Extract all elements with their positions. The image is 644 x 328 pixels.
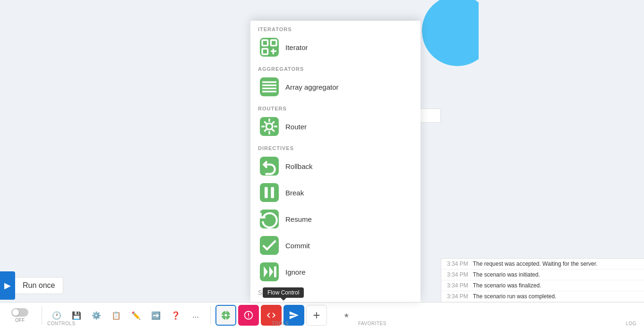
log-message-2: The scenario was initiated. [473, 271, 540, 278]
log-panel: 3:34 PM The request was accepted. Waitin… [441, 258, 644, 302]
tools-section [213, 303, 330, 328]
svg-point-16 [224, 314, 227, 317]
toggle-off-label: OFF [15, 318, 25, 323]
array-aggregator-label: Array aggregator [285, 83, 339, 91]
log-entry: 3:34 PM The scenario was finalized. [441, 280, 644, 291]
svg-point-9 [266, 123, 272, 129]
resume-label: Resume [285, 215, 312, 223]
iterator-item[interactable]: Iterator [252, 34, 419, 60]
log-time-1: 3:34 PM [447, 261, 468, 267]
save-button[interactable]: 💾 [68, 308, 86, 322]
break-item[interactable]: Break [252, 179, 419, 206]
save-icon: 💾 [71, 310, 82, 320]
commit-label: Commit [285, 242, 310, 250]
controls-label: CONTROLS [47, 321, 76, 326]
svg-marker-12 [264, 266, 267, 277]
align-icon: ✏️ [131, 310, 141, 320]
svg-rect-11 [271, 187, 274, 198]
svg-marker-13 [269, 266, 273, 277]
favorite-icon-1: ★ [341, 310, 352, 320]
ignore-icon [260, 262, 279, 281]
routers-header: ROUTERS [250, 100, 421, 113]
more-button[interactable]: ... [187, 308, 205, 322]
router-label: Router [285, 123, 307, 131]
iterator-label: Iterator [285, 43, 308, 51]
controls-section: 🕐 💾 ⚙️ 📋 ✏️ ➡️ ❓ ... [44, 308, 208, 322]
canvas-decoration [422, 0, 479, 76]
break-label: Break [285, 189, 304, 197]
commit-item[interactable]: Commit [252, 232, 419, 259]
clock-icon: 🕐 [52, 310, 62, 320]
array-aggregator-item[interactable]: Array aggregator [252, 74, 419, 100]
rollback-item[interactable]: Rollback [252, 153, 419, 179]
log-time-2: 3:34 PM [447, 271, 468, 278]
schedule-icon-button[interactable]: 🕐 [48, 308, 66, 322]
favorites-label: FAVORITES [358, 321, 386, 326]
direction-button[interactable]: ➡️ [147, 308, 165, 322]
rollback-label: Rollback [285, 162, 313, 170]
tools-label: TOOLS [272, 321, 289, 326]
log-entry: 3:34 PM The request was accepted. Waitin… [441, 259, 644, 269]
log-message-1: The request was accepted. Waiting for th… [473, 261, 598, 267]
settings-icon: ⚙️ [91, 310, 102, 320]
run-trigger-button[interactable]: ▶ [0, 271, 15, 300]
svg-rect-14 [274, 266, 276, 277]
scheduling-toggle[interactable]: OFF [6, 306, 34, 325]
favorites-section: ★ [334, 308, 359, 322]
resume-icon [260, 210, 279, 228]
ignore-label: Ignore [285, 268, 306, 276]
flow-control-tooltip: Flow Control [263, 287, 304, 301]
array-aggregator-icon [260, 77, 279, 96]
flow-control-dropdown: ITERATORS Iterator AGGREGATORS Array agg… [250, 21, 421, 302]
align-button[interactable]: ✏️ [127, 308, 145, 322]
canvas-node-box [417, 109, 441, 123]
divider-2 [210, 306, 211, 325]
router-item[interactable]: Router [252, 113, 419, 140]
log-entry: 3:34 PM The scenario was initiated. [441, 269, 644, 280]
bottom-toolbar: OFF 🕐 💾 ⚙️ 📋 ✏️ ➡️ ❓ ... CONTROLS [0, 302, 644, 328]
direction-icon: ➡️ [151, 310, 161, 320]
log-message-4: The scenario run was completed. [473, 293, 557, 300]
run-once-label: Run once [15, 277, 63, 294]
flow-control-button[interactable] [215, 305, 236, 326]
ignore-item[interactable]: Ignore [252, 259, 419, 285]
log-time-4: 3:34 PM [447, 293, 468, 300]
log-time-3: 3:34 PM [447, 282, 468, 289]
toggle-track[interactable] [11, 308, 28, 317]
toggle-thumb [12, 309, 19, 316]
resume-item[interactable]: Resume [252, 206, 419, 232]
iterators-header: ITERATORS [250, 21, 421, 34]
notes-icon: 📋 [111, 310, 121, 320]
aggregators-header: AGGREGATORS [250, 60, 421, 74]
help-icon: ❓ [171, 310, 181, 320]
svg-rect-2 [262, 49, 268, 54]
divider-1 [42, 306, 42, 325]
log-entry: 3:34 PM The scenario run was completed. [441, 291, 644, 302]
router-icon [260, 117, 279, 136]
help-button[interactable]: ❓ [167, 308, 185, 322]
svg-rect-10 [265, 187, 268, 198]
rollback-icon [260, 157, 279, 176]
favorites-item-1[interactable]: ★ [337, 308, 355, 322]
log-message-3: The scenario was finalized. [473, 282, 541, 289]
connections-button[interactable] [238, 305, 259, 326]
notes-button[interactable]: 📋 [107, 308, 125, 322]
break-icon [260, 183, 279, 202]
directives-header: DIRECTIVES [250, 140, 421, 153]
svg-rect-1 [271, 40, 276, 46]
iterator-icon [260, 38, 279, 57]
run-panel: ▶ Run once [0, 271, 63, 300]
svg-rect-0 [262, 40, 268, 46]
settings-button[interactable]: ⚙️ [87, 308, 105, 322]
log-label: LOG [626, 321, 636, 326]
commit-icon [260, 236, 279, 255]
add-tool-button[interactable] [306, 305, 327, 326]
scheduling-section: OFF [0, 303, 40, 328]
more-icon: ... [190, 310, 201, 320]
